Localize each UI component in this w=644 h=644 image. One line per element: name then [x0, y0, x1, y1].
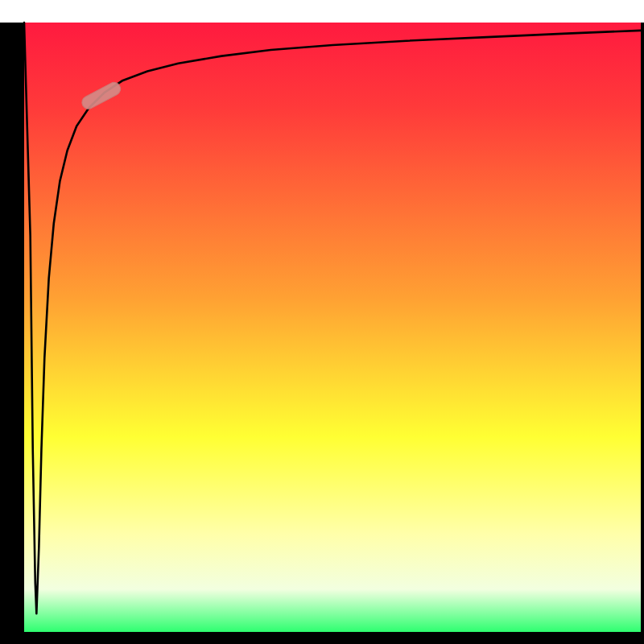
svg-rect-4	[641, 23, 644, 632]
svg-rect-3	[0, 23, 24, 632]
bottleneck-chart	[0, 0, 644, 644]
svg-rect-5	[0, 632, 644, 644]
svg-rect-2	[24, 23, 641, 632]
chart-container: TheBottleneck.com	[0, 0, 644, 644]
svg-rect-1	[0, 0, 644, 23]
